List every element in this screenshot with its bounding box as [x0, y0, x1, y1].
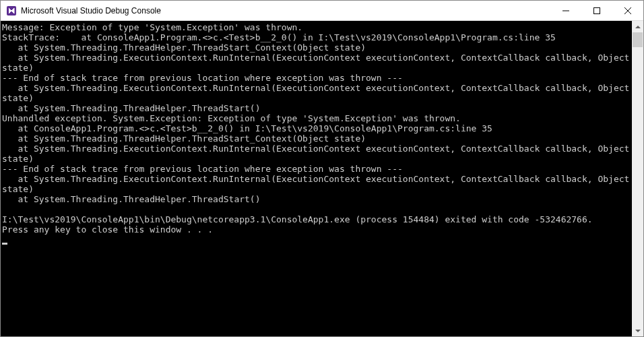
window-title: Microsoft Visual Studio Debug Console	[21, 6, 550, 16]
console-output: Message: Exception of type 'System.Excep…	[1, 21, 632, 336]
scrollbar-track[interactable]	[632, 32, 643, 325]
titlebar[interactable]: Microsoft Visual Studio Debug Console	[1, 1, 643, 21]
minimize-button[interactable]	[550, 1, 581, 20]
maximize-button[interactable]	[581, 1, 612, 20]
app-icon	[6, 5, 17, 16]
window: Microsoft Visual Studio Debug Console Me…	[0, 0, 644, 337]
cursor	[2, 243, 7, 245]
scrollbar-thumb[interactable]	[633, 32, 643, 47]
console-area[interactable]: Message: Exception of type 'System.Excep…	[1, 21, 643, 336]
close-button[interactable]	[612, 1, 643, 20]
svg-rect-2	[594, 7, 600, 13]
vertical-scrollbar[interactable]	[632, 21, 643, 336]
window-controls	[550, 1, 643, 20]
scroll-down-button[interactable]	[632, 325, 643, 336]
scroll-up-button[interactable]	[632, 21, 643, 32]
